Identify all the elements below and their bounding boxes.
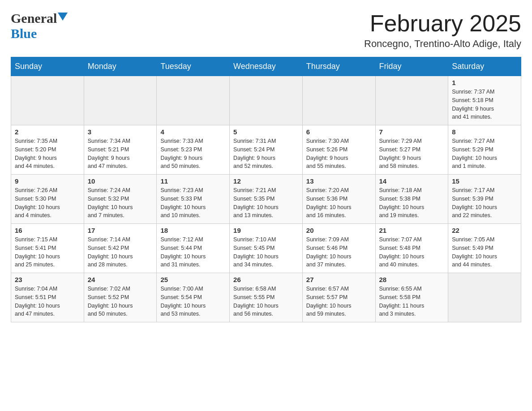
calendar-cell: 4Sunrise: 7:33 AMSunset: 5:23 PMDaylight… (157, 125, 230, 175)
month-title: February 2025 (364, 11, 521, 36)
logo: General Blue (11, 11, 68, 41)
day-info: Sunrise: 7:15 AMSunset: 5:41 PMDaylight:… (15, 235, 80, 269)
calendar-cell: 14Sunrise: 7:18 AMSunset: 5:38 PMDayligh… (375, 175, 448, 224)
day-info: Sunrise: 7:05 AMSunset: 5:49 PMDaylight:… (452, 235, 517, 269)
day-number: 12 (233, 177, 299, 185)
calendar-cell: 11Sunrise: 7:23 AMSunset: 5:33 PMDayligh… (157, 175, 230, 224)
day-number: 9 (15, 177, 80, 185)
day-number: 8 (452, 128, 517, 136)
calendar-cell: 24Sunrise: 7:02 AMSunset: 5:52 PMDayligh… (84, 273, 157, 322)
calendar-header-sunday: Sunday (11, 57, 84, 76)
day-info: Sunrise: 7:24 AMSunset: 5:32 PMDaylight:… (88, 186, 153, 220)
calendar-header-tuesday: Tuesday (157, 57, 230, 76)
calendar-cell: 26Sunrise: 6:58 AMSunset: 5:55 PMDayligh… (230, 273, 303, 322)
day-info: Sunrise: 7:31 AMSunset: 5:24 PMDaylight:… (233, 137, 299, 171)
day-number: 1 (452, 79, 517, 86)
logo-general-text: General (11, 11, 57, 26)
logo-blue-text: Blue (11, 26, 37, 41)
calendar-week-row: 1Sunrise: 7:37 AMSunset: 5:18 PMDaylight… (11, 76, 521, 125)
calendar-week-row: 9Sunrise: 7:26 AMSunset: 5:30 PMDaylight… (11, 175, 521, 224)
day-number: 20 (306, 227, 372, 234)
day-number: 18 (160, 227, 226, 234)
calendar-cell (302, 76, 375, 125)
calendar-cell: 7Sunrise: 7:29 AMSunset: 5:27 PMDaylight… (375, 125, 448, 175)
svg-marker-0 (58, 13, 68, 21)
page-header: General Blue February 2025 Roncegno, Tre… (11, 11, 521, 50)
calendar-cell: 18Sunrise: 7:12 AMSunset: 5:44 PMDayligh… (157, 224, 230, 273)
day-number: 27 (306, 276, 372, 283)
day-info: Sunrise: 7:34 AMSunset: 5:21 PMDaylight:… (88, 137, 153, 171)
day-number: 24 (88, 276, 153, 283)
day-info: Sunrise: 7:07 AMSunset: 5:48 PMDaylight:… (379, 235, 445, 269)
calendar-cell: 17Sunrise: 7:14 AMSunset: 5:42 PMDayligh… (84, 224, 157, 273)
day-info: Sunrise: 7:29 AMSunset: 5:27 PMDaylight:… (379, 137, 445, 171)
day-number: 26 (233, 276, 299, 283)
calendar-cell: 15Sunrise: 7:17 AMSunset: 5:39 PMDayligh… (448, 175, 521, 224)
calendar-cell: 6Sunrise: 7:30 AMSunset: 5:26 PMDaylight… (302, 125, 375, 175)
calendar-cell: 9Sunrise: 7:26 AMSunset: 5:30 PMDaylight… (11, 175, 84, 224)
calendar-cell (84, 76, 157, 125)
calendar-week-row: 2Sunrise: 7:35 AMSunset: 5:20 PMDaylight… (11, 125, 521, 175)
calendar-cell: 23Sunrise: 7:04 AMSunset: 5:51 PMDayligh… (11, 273, 84, 322)
day-info: Sunrise: 7:27 AMSunset: 5:29 PMDaylight:… (452, 137, 517, 171)
calendar-cell: 13Sunrise: 7:20 AMSunset: 5:36 PMDayligh… (302, 175, 375, 224)
calendar-cell: 3Sunrise: 7:34 AMSunset: 5:21 PMDaylight… (84, 125, 157, 175)
calendar-cell: 12Sunrise: 7:21 AMSunset: 5:35 PMDayligh… (230, 175, 303, 224)
calendar-cell: 28Sunrise: 6:55 AMSunset: 5:58 PMDayligh… (375, 273, 448, 322)
calendar-cell: 22Sunrise: 7:05 AMSunset: 5:49 PMDayligh… (448, 224, 521, 273)
day-info: Sunrise: 7:04 AMSunset: 5:51 PMDaylight:… (15, 285, 80, 318)
calendar-cell: 21Sunrise: 7:07 AMSunset: 5:48 PMDayligh… (375, 224, 448, 273)
calendar-week-row: 23Sunrise: 7:04 AMSunset: 5:51 PMDayligh… (11, 273, 521, 322)
day-info: Sunrise: 7:18 AMSunset: 5:38 PMDaylight:… (379, 186, 445, 220)
calendar-cell: 16Sunrise: 7:15 AMSunset: 5:41 PMDayligh… (11, 224, 84, 273)
calendar-cell (11, 76, 84, 125)
day-number: 28 (379, 276, 445, 283)
day-info: Sunrise: 7:20 AMSunset: 5:36 PMDaylight:… (306, 186, 372, 220)
calendar-cell (230, 76, 303, 125)
day-info: Sunrise: 7:14 AMSunset: 5:42 PMDaylight:… (88, 235, 153, 269)
calendar-cell: 25Sunrise: 7:00 AMSunset: 5:54 PMDayligh… (157, 273, 230, 322)
day-number: 11 (160, 177, 226, 185)
logo-arrow-icon (58, 13, 68, 21)
calendar-header-monday: Monday (84, 57, 157, 76)
calendar-cell: 2Sunrise: 7:35 AMSunset: 5:20 PMDaylight… (11, 125, 84, 175)
day-info: Sunrise: 7:12 AMSunset: 5:44 PMDaylight:… (160, 235, 226, 269)
day-info: Sunrise: 6:55 AMSunset: 5:58 PMDaylight:… (379, 285, 445, 318)
day-number: 21 (379, 227, 445, 234)
day-info: Sunrise: 7:00 AMSunset: 5:54 PMDaylight:… (160, 285, 226, 318)
day-number: 22 (452, 227, 517, 234)
day-info: Sunrise: 7:30 AMSunset: 5:26 PMDaylight:… (306, 137, 372, 171)
day-info: Sunrise: 7:23 AMSunset: 5:33 PMDaylight:… (160, 186, 226, 220)
calendar-cell: 20Sunrise: 7:09 AMSunset: 5:46 PMDayligh… (302, 224, 375, 273)
title-block: February 2025 Roncegno, Trentino-Alto Ad… (364, 11, 521, 50)
day-number: 10 (88, 177, 153, 185)
calendar-header-friday: Friday (375, 57, 448, 76)
day-info: Sunrise: 7:21 AMSunset: 5:35 PMDaylight:… (233, 186, 299, 220)
calendar-cell (375, 76, 448, 125)
calendar-cell: 10Sunrise: 7:24 AMSunset: 5:32 PMDayligh… (84, 175, 157, 224)
day-info: Sunrise: 7:35 AMSunset: 5:20 PMDaylight:… (15, 137, 80, 171)
day-info: Sunrise: 7:10 AMSunset: 5:45 PMDaylight:… (233, 235, 299, 269)
day-info: Sunrise: 7:09 AMSunset: 5:46 PMDaylight:… (306, 235, 372, 269)
calendar-header-thursday: Thursday (302, 57, 375, 76)
day-number: 7 (379, 128, 445, 136)
location-subtitle: Roncegno, Trentino-Alto Adige, Italy (364, 38, 521, 50)
day-number: 6 (306, 128, 372, 136)
day-number: 15 (452, 177, 517, 185)
calendar-table: SundayMondayTuesdayWednesdayThursdayFrid… (11, 57, 521, 322)
calendar-cell: 5Sunrise: 7:31 AMSunset: 5:24 PMDaylight… (230, 125, 303, 175)
day-number: 16 (15, 227, 80, 234)
day-number: 14 (379, 177, 445, 185)
day-info: Sunrise: 7:17 AMSunset: 5:39 PMDaylight:… (452, 186, 517, 220)
day-info: Sunrise: 6:58 AMSunset: 5:55 PMDaylight:… (233, 285, 299, 318)
calendar-cell: 1Sunrise: 7:37 AMSunset: 5:18 PMDaylight… (448, 76, 521, 125)
day-number: 5 (233, 128, 299, 136)
calendar-week-row: 16Sunrise: 7:15 AMSunset: 5:41 PMDayligh… (11, 224, 521, 273)
calendar-cell: 27Sunrise: 6:57 AMSunset: 5:57 PMDayligh… (302, 273, 375, 322)
calendar-cell: 19Sunrise: 7:10 AMSunset: 5:45 PMDayligh… (230, 224, 303, 273)
calendar-header-wednesday: Wednesday (230, 57, 303, 76)
day-number: 13 (306, 177, 372, 185)
day-info: Sunrise: 6:57 AMSunset: 5:57 PMDaylight:… (306, 285, 372, 318)
day-number: 17 (88, 227, 153, 234)
day-number: 2 (15, 128, 80, 136)
